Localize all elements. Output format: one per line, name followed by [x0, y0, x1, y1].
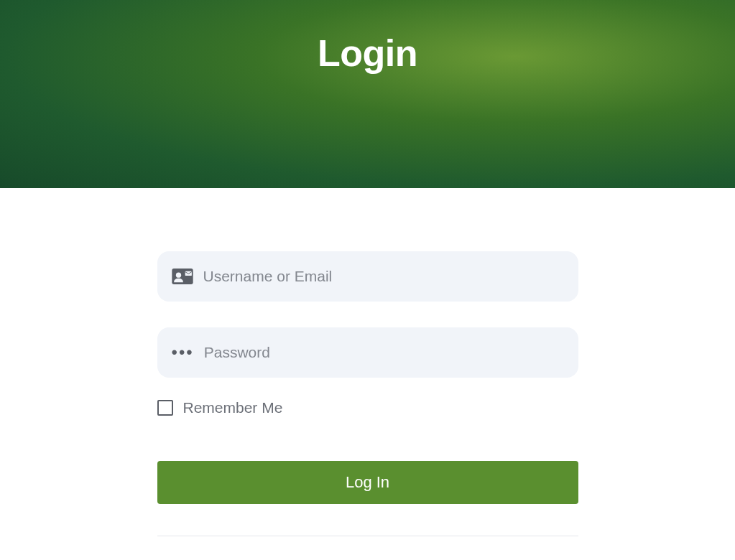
contact-card-icon — [172, 269, 193, 284]
svg-point-1 — [175, 273, 180, 278]
username-group — [157, 251, 578, 302]
password-group: ••• — [157, 327, 578, 378]
remember-me-label[interactable]: Remember Me — [183, 399, 283, 416]
password-dots-icon: ••• — [172, 344, 194, 361]
remember-me-row: Remember Me — [157, 399, 578, 416]
page-title: Login — [318, 32, 417, 75]
login-form: ••• Remember Me Log In — [157, 251, 578, 536]
username-input[interactable] — [203, 268, 564, 285]
login-button[interactable]: Log In — [157, 461, 578, 504]
divider — [157, 536, 578, 536]
login-form-wrapper: ••• Remember Me Log In — [0, 188, 735, 536]
remember-me-checkbox[interactable] — [157, 400, 173, 416]
password-input[interactable] — [204, 344, 564, 361]
hero-banner: Login — [0, 0, 735, 188]
